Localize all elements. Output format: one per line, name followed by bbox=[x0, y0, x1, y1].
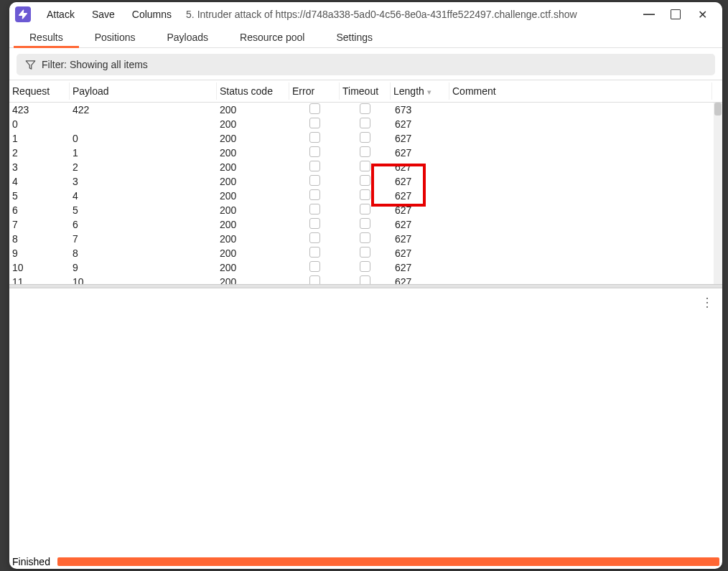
col-header-timeout[interactable]: Timeout bbox=[340, 82, 391, 100]
status-label: Finished bbox=[12, 556, 50, 567]
progress-bar bbox=[57, 557, 719, 566]
window-controls bbox=[639, 4, 717, 24]
cell-payload: 422 bbox=[70, 103, 217, 118]
menu-save[interactable]: Save bbox=[83, 4, 123, 24]
col-header-length[interactable]: Length▾ bbox=[391, 82, 449, 100]
col-header-error[interactable]: Error bbox=[289, 82, 340, 100]
detail-pane-menu-icon[interactable]: ⋯ bbox=[700, 296, 716, 308]
cell-comment[interactable] bbox=[449, 179, 722, 184]
status-bar: Finished bbox=[9, 555, 722, 569]
cell-payload bbox=[70, 121, 217, 127]
tab-resource-pool[interactable]: Resource pool bbox=[224, 27, 320, 48]
cell-status: 200 bbox=[217, 273, 289, 284]
scrollbar-thumb[interactable] bbox=[714, 103, 722, 115]
table-row[interactable]: 1110200627 bbox=[9, 275, 722, 284]
table-scrollbar[interactable] bbox=[714, 103, 722, 284]
cell-length: 627 bbox=[391, 273, 449, 284]
menu-columns[interactable]: Columns bbox=[123, 4, 180, 24]
col-header-comment[interactable]: Comment bbox=[449, 82, 712, 100]
cell-comment[interactable] bbox=[449, 265, 722, 270]
filter-icon bbox=[25, 60, 36, 70]
cell-comment[interactable] bbox=[449, 279, 722, 284]
titlebar: Attack Save Columns 5. Intruder attack o… bbox=[9, 2, 722, 27]
tab-payloads[interactable]: Payloads bbox=[151, 27, 225, 48]
close-button[interactable] bbox=[692, 4, 712, 24]
results-table: Request Payload Status code Error Timeou… bbox=[9, 80, 722, 284]
cell-comment[interactable] bbox=[449, 150, 722, 156]
app-window: Attack Save Columns 5. Intruder attack o… bbox=[9, 2, 722, 569]
col-header-status-code[interactable]: Status code bbox=[217, 82, 289, 100]
maximize-button[interactable] bbox=[671, 9, 681, 19]
table-body[interactable]: 4234222006730200627102006272120062732200… bbox=[9, 103, 722, 284]
svg-marker-0 bbox=[19, 10, 27, 19]
cell-error[interactable] bbox=[289, 273, 340, 284]
app-icon bbox=[15, 6, 31, 22]
filter-text: Filter: Showing all items bbox=[42, 59, 148, 70]
cell-payload: 10 bbox=[70, 273, 217, 284]
cell-comment[interactable] bbox=[449, 193, 722, 199]
col-header-request[interactable]: Request bbox=[9, 82, 70, 100]
cell-request: 11 bbox=[9, 273, 70, 284]
detail-pane: ⋯ bbox=[9, 288, 722, 555]
cell-comment[interactable] bbox=[449, 164, 722, 170]
sort-indicator-icon: ▾ bbox=[427, 88, 431, 97]
tab-bar: Results Positions Payloads Resource pool… bbox=[9, 27, 722, 48]
cell-comment[interactable] bbox=[449, 107, 722, 113]
filter-bar[interactable]: Filter: Showing all items bbox=[17, 54, 715, 75]
cell-comment[interactable] bbox=[449, 207, 722, 213]
cell-comment[interactable] bbox=[449, 121, 722, 127]
table-header-row: Request Payload Status code Error Timeou… bbox=[9, 80, 722, 103]
menu-attack[interactable]: Attack bbox=[38, 4, 83, 24]
cell-comment[interactable] bbox=[449, 236, 722, 242]
col-header-payload[interactable]: Payload bbox=[70, 82, 217, 100]
window-title: 5. Intruder attack of https://d748a338-5… bbox=[180, 9, 639, 20]
minimize-button[interactable] bbox=[639, 4, 659, 24]
cell-timeout[interactable] bbox=[340, 273, 391, 284]
cell-comment[interactable] bbox=[449, 222, 722, 227]
tab-results[interactable]: Results bbox=[14, 27, 79, 48]
cell-comment[interactable] bbox=[449, 136, 722, 141]
tab-positions[interactable]: Positions bbox=[79, 27, 151, 48]
tab-settings[interactable]: Settings bbox=[320, 27, 388, 48]
svg-marker-1 bbox=[26, 60, 35, 68]
col-header-scroll-gutter bbox=[712, 88, 722, 94]
cell-comment[interactable] bbox=[449, 250, 722, 256]
